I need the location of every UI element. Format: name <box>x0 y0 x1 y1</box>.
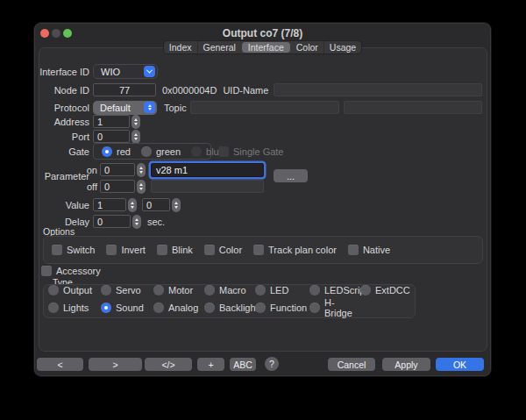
accessory-checkbox[interactable]: Accessory <box>41 266 101 276</box>
address-field[interactable]: 1 <box>93 115 130 128</box>
delay-stepper[interactable] <box>132 215 141 229</box>
tab-general[interactable]: General <box>197 41 241 53</box>
titlebar[interactable]: Output co7 (7/8) <box>34 23 491 39</box>
track-plan-color-label: Track plan color <box>268 245 337 255</box>
radio-icon <box>360 285 371 295</box>
interface-id-dropdown[interactable]: WIO <box>93 64 158 79</box>
gate-radio-green[interactable]: green <box>141 146 181 157</box>
delay-label: Delay <box>39 217 89 227</box>
radio-icon <box>153 285 164 295</box>
switch-checkbox[interactable]: Switch <box>52 245 95 255</box>
blink-checkbox[interactable]: Blink <box>157 245 193 255</box>
parameter-on-stepper[interactable] <box>137 163 146 177</box>
protocol-dropdown[interactable]: Default <box>93 101 157 115</box>
value-field-1[interactable]: 1 <box>93 198 126 211</box>
checkbox-icon <box>204 245 215 255</box>
uid-name-field[interactable] <box>274 83 482 96</box>
switch-label: Switch <box>67 245 95 255</box>
stepper-up-icon <box>131 202 134 204</box>
type-group: Output Servo Motor Macro LED LEDScript E… <box>43 284 416 318</box>
stepper-down-icon <box>131 206 134 209</box>
type-radio-backlight[interactable]: Backlight <box>204 297 255 318</box>
code-button[interactable]: </> <box>145 358 192 371</box>
tab-interface[interactable]: Interface <box>242 42 290 53</box>
next-button[interactable]: > <box>89 358 142 371</box>
ok-button[interactable]: OK <box>436 358 484 371</box>
tab-index[interactable]: Index <box>164 41 197 53</box>
value-field-2[interactable]: 0 <box>142 198 170 211</box>
radio-icon <box>255 303 266 313</box>
type-radio-sound[interactable]: Sound <box>101 297 153 318</box>
stepper-down-icon <box>135 223 139 225</box>
add-button[interactable]: + <box>197 358 224 371</box>
type-radio-output[interactable]: Output <box>48 285 101 295</box>
type-radio-function[interactable]: Function <box>255 297 309 318</box>
cancel-button[interactable]: Cancel <box>328 358 375 371</box>
prev-button[interactable]: < <box>37 358 83 371</box>
window-title: Output co7 (7/8) <box>34 27 491 39</box>
type-motor-label: Motor <box>168 285 193 295</box>
abc-button[interactable]: ABC <box>230 358 256 371</box>
parameter-on-text-field[interactable]: v28 m1 <box>151 163 264 177</box>
track-plan-color-checkbox[interactable]: Track plan color <box>253 245 337 255</box>
stepper-up-icon <box>174 202 178 204</box>
port-stepper[interactable] <box>132 130 140 144</box>
parameter-on-count-field[interactable]: 0 <box>100 163 135 176</box>
interface-id-value: WIO <box>101 67 120 77</box>
checkbox-icon <box>52 245 62 255</box>
native-checkbox[interactable]: Native <box>348 245 390 255</box>
type-radio-motor[interactable]: Motor <box>153 285 204 295</box>
stepper-up-icon <box>139 167 143 169</box>
gate-green-label: green <box>156 146 181 157</box>
chevron-down-icon <box>144 66 155 77</box>
stepper-up-icon <box>134 118 138 121</box>
tab-usage[interactable]: Usage <box>323 41 361 53</box>
color-checkbox[interactable]: Color <box>204 245 242 255</box>
type-radio-ledscript[interactable]: LEDScript <box>309 285 360 295</box>
type-function-label: Function <box>270 303 307 313</box>
radio-icon <box>141 146 152 157</box>
delay-unit-label: sec. <box>147 217 165 227</box>
type-radio-servo[interactable]: Servo <box>101 285 153 295</box>
parameter-off-text-field[interactable] <box>151 180 264 193</box>
stepper-up-icon <box>135 218 139 221</box>
checkbox-icon <box>41 266 52 276</box>
tab-color[interactable]: Color <box>291 41 323 53</box>
type-radio-led[interactable]: LED <box>255 285 309 295</box>
topic-field-2[interactable] <box>344 101 482 114</box>
accessory-label: Accessory <box>56 266 101 276</box>
radio-icon <box>48 303 59 313</box>
radio-icon <box>204 303 215 313</box>
radio-icon <box>255 285 266 295</box>
stepper-down-icon <box>134 123 138 125</box>
uid-name-label: UID-Name <box>223 85 268 96</box>
color-label: Color <box>219 245 242 255</box>
stepper-up-icon <box>134 133 138 136</box>
parameter-off-stepper[interactable] <box>137 180 146 194</box>
delay-field[interactable]: 0 <box>93 215 131 228</box>
browse-button[interactable]: ... <box>274 169 308 182</box>
apply-button[interactable]: Apply <box>382 358 430 371</box>
help-button[interactable]: ? <box>265 357 279 371</box>
type-radio-analog[interactable]: Analog <box>153 297 204 318</box>
type-radio-hbridge[interactable]: H-Bridge <box>309 297 360 318</box>
type-radio-lights[interactable]: Lights <box>48 297 101 318</box>
value-stepper-1[interactable] <box>128 198 137 212</box>
type-radio-macro[interactable]: Macro <box>204 285 255 295</box>
node-id-field[interactable]: 77 <box>93 83 156 96</box>
address-stepper[interactable] <box>132 115 140 129</box>
gate-label: Gate <box>39 146 89 157</box>
checkbox-icon <box>348 245 359 255</box>
port-field[interactable]: 0 <box>93 130 130 143</box>
parameter-off-count-field[interactable]: 0 <box>100 180 135 193</box>
gate-red-label: red <box>117 146 131 157</box>
value-stepper-2[interactable] <box>172 198 181 212</box>
port-label: Port <box>39 132 89 142</box>
type-radio-extdcc[interactable]: ExtDCC <box>360 285 415 295</box>
invert-checkbox[interactable]: Invert <box>106 245 146 255</box>
radio-icon <box>309 303 320 313</box>
type-macro-label: Macro <box>219 285 246 295</box>
gate-radio-red[interactable]: red <box>102 146 131 157</box>
radio-icon <box>101 285 111 295</box>
topic-field-1[interactable] <box>190 101 339 114</box>
